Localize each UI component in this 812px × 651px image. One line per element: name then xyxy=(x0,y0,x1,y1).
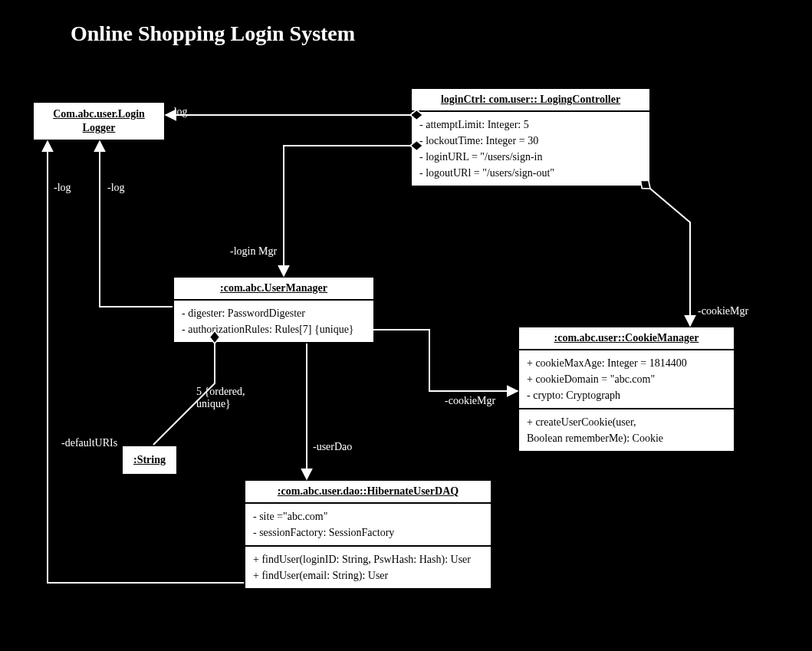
class-hibernate-user-daq: :com.abc.user.dao::HibernateUserDAQ - si… xyxy=(244,479,492,590)
op: Boolean rememberMe): Cookie xyxy=(527,430,726,446)
attr: - sessionFactory: SessionFactory xyxy=(253,524,483,541)
login-controller-attrs: - attemptLimit: Integer: 5 - lockoutTime… xyxy=(412,112,649,186)
label-cookie-mgr: -cookieMgr xyxy=(445,395,495,407)
label-login-mgr: -login Mgr xyxy=(230,245,277,258)
login-controller-title: loginCtrl: com.user:: LogingController xyxy=(412,89,649,112)
attr: - lockoutTime: Integer = 30 xyxy=(419,133,642,149)
label-log: -log xyxy=(54,182,71,194)
attr: + cookieDomain = "abc.com" xyxy=(527,371,726,387)
login-logger-title: Com.abc.user.Login Logger xyxy=(34,103,164,140)
attr: - crypto: Cryptograph xyxy=(527,387,726,403)
diagram-title: Online Shopping Login System xyxy=(71,21,355,46)
class-cookie-manager: :com.abc.user::CookieManager + cookieMax… xyxy=(518,326,735,452)
op: + createUserCookie(user, xyxy=(527,414,726,430)
op: + findUser(loginID: String, PswHash: Has… xyxy=(253,551,483,567)
label-log: -log xyxy=(170,106,188,118)
class-login-controller: loginCtrl: com.user:: LogingController -… xyxy=(410,87,651,187)
attr: - authorizationRules: Rules[7] {unique} xyxy=(182,321,366,337)
attr: - attemptLimit: Integer: 5 xyxy=(419,117,642,133)
cookie-manager-title: :com.abc.user::CookieManager xyxy=(519,327,734,350)
user-manager-attrs: - digester: PasswordDigester - authoriza… xyxy=(174,301,373,342)
class-user-manager: :com.abc.UserManager - digester: Passwor… xyxy=(173,276,375,344)
class-login-logger: Com.abc.user.Login Logger xyxy=(32,101,166,141)
attr: - logoutURl = "/users/sign-out" xyxy=(419,165,642,181)
attr: - site ="abc.com" xyxy=(253,508,483,524)
attr: - loginURL = "/users/sign-in xyxy=(419,149,642,165)
label-default-uris: -defaultURIs xyxy=(61,437,117,449)
label-cookie-mgr: -cookieMgr xyxy=(698,305,748,317)
class-string: :String xyxy=(121,445,178,475)
hibernate-attrs: - site ="abc.com" - sessionFactory: Sess… xyxy=(245,504,491,547)
hibernate-ops: + findUser(loginID: String, PswHash: Has… xyxy=(245,547,491,588)
label-user-dao: -userDao xyxy=(313,441,352,453)
attr: - digester: PasswordDigester xyxy=(182,305,366,321)
user-manager-title: :com.abc.UserManager xyxy=(174,278,373,301)
cookie-manager-ops: + createUserCookie(user, Boolean remembe… xyxy=(519,409,734,451)
cookie-manager-attrs: + cookieMaxAge: Integer = 1814400 + cook… xyxy=(519,350,734,409)
attr: + cookieMaxAge: Integer = 1814400 xyxy=(527,355,726,371)
op: + findUser(email: String): User xyxy=(253,567,483,584)
diagram-canvas: Online Shopping Login System Com.abc.use… xyxy=(0,0,812,651)
label-log: -log xyxy=(107,182,125,194)
hibernate-title: :com.abc.user.dao::HibernateUserDAQ xyxy=(245,481,491,504)
label-ordered: 5 {ordered, unique} xyxy=(196,386,245,410)
